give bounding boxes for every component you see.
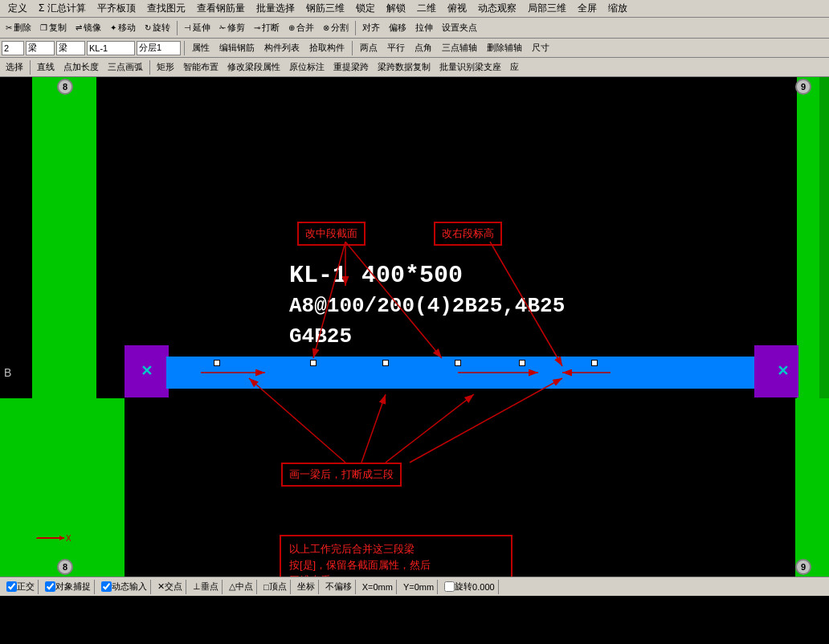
menu-flattop[interactable]: 平齐板顶 [92, 1, 141, 16]
x-marker-left: ✕ [141, 362, 153, 380]
menu-topview[interactable]: 俯视 [443, 1, 472, 16]
menu-unlock[interactable]: 解锁 [382, 1, 410, 16]
x-marker-right: ✕ [777, 362, 789, 380]
btn-reset-span[interactable]: 重提梁跨 [329, 59, 373, 75]
btn-break[interactable]: ⊸打断 [250, 19, 284, 36]
rotate-label: 旋转 [455, 581, 472, 593]
ortho-checkbox[interactable] [6, 581, 17, 592]
btn-select[interactable]: 选择 [2, 59, 27, 75]
beam-dot-2 [310, 360, 316, 366]
btn-property[interactable]: 属性 [188, 39, 214, 56]
status-perpendicular[interactable]: ⊥ 垂点 [190, 580, 223, 594]
mid-icon: △ [229, 581, 235, 592]
btn-align[interactable]: 对齐 [358, 19, 384, 36]
col-circle-right-bot: 9 [795, 559, 811, 575]
beam-type-combo[interactable]: KL-1 [87, 41, 135, 55]
dyninput-checkbox[interactable] [101, 581, 112, 592]
btn-trim[interactable]: ✁修剪 [215, 19, 249, 36]
element-type1-combo[interactable]: 梁 [26, 41, 55, 55]
btn-apply[interactable]: 应 [506, 59, 523, 75]
status-nooffset[interactable]: 不偏移 [322, 580, 356, 594]
element-type2-combo[interactable]: 梁 [56, 41, 85, 55]
col-circle-left-bot: 8 [57, 559, 73, 575]
svg-text:X: X [66, 534, 71, 543]
move-icon: ✦ [110, 23, 116, 32]
layer-combo[interactable]: 分层1 [137, 41, 181, 55]
btn-move[interactable]: ✦移动 [106, 19, 140, 36]
btn-stretch[interactable]: 拉伸 [411, 19, 437, 36]
btn-two-point[interactable]: 两点 [356, 39, 382, 56]
btn-split[interactable]: ⊗分割 [319, 19, 353, 36]
btn-del-aux[interactable]: 删除辅轴 [483, 39, 526, 56]
svg-line-7 [386, 394, 474, 463]
col-circle-right-top: 9 [795, 79, 811, 95]
toolbar1: ✂删除 ❐复制 ⇌镜像 ✦移动 ↻旋转 ⊣延伸 ✁修剪 ⊸打断 ⊕合并 ⊗分割 … [0, 18, 829, 39]
btn-delete[interactable]: ✂删除 [2, 19, 35, 36]
btn-point-length[interactable]: 点加长度 [59, 59, 103, 75]
menu-viewrebar[interactable]: 查看钢筋量 [192, 1, 250, 16]
status-midpoint[interactable]: △ 中点 [226, 580, 257, 594]
btn-copy[interactable]: ❐复制 [36, 19, 71, 36]
btn-setgrip[interactable]: 设置夹点 [438, 19, 481, 36]
snap-checkbox[interactable] [45, 581, 55, 592]
beam-dot-3 [382, 360, 389, 366]
rotate-checkbox[interactable] [444, 581, 455, 592]
menu-zoom[interactable]: 缩放 [603, 1, 632, 16]
btn-line[interactable]: 直线 [33, 59, 59, 75]
menu-batchsel[interactable]: 批量选择 [251, 1, 300, 16]
status-ortho[interactable]: 正交 [3, 580, 39, 594]
btn-batch-support[interactable]: 批量识别梁支座 [435, 59, 505, 75]
menu-dynview[interactable]: 动态观察 [473, 1, 521, 16]
sep4 [352, 41, 353, 55]
menu-calc[interactable]: Σ 汇总计算 [34, 1, 91, 16]
rotate-icon: ↻ [145, 23, 151, 32]
menu-local3d[interactable]: 局部三维 [523, 1, 571, 16]
btn-pick-component[interactable]: 拾取构件 [305, 39, 349, 56]
btn-copy-span[interactable]: 梁跨数据复制 [374, 59, 435, 75]
menu-rebar3d[interactable]: 钢筋三维 [301, 1, 349, 16]
menu-lock[interactable]: 锁定 [351, 1, 380, 16]
menu-fullscreen[interactable]: 全屏 [573, 1, 602, 16]
annotation-mid-section: 改中段截面 [297, 222, 365, 246]
menu-2d[interactable]: 二维 [412, 1, 441, 16]
svg-text:Y: Y [31, 502, 36, 510]
extend-icon: ⊣ [184, 23, 191, 32]
rotate-value: 0.000 [472, 582, 495, 592]
btn-component-list[interactable]: 构件列表 [260, 39, 304, 56]
status-dynInput[interactable]: 动态输入 [98, 580, 151, 594]
btn-origin-mark[interactable]: 原位标注 [285, 59, 329, 75]
btn-parallel[interactable]: 平行 [383, 39, 409, 56]
btn-extend[interactable]: ⊣延伸 [180, 19, 214, 36]
merge-icon: ⊕ [288, 23, 295, 32]
svg-line-8 [410, 378, 562, 463]
canvas-area[interactable]: ✕ ✕ 8 9 8 9 B KL-1 400*500 A8@100/200(4)… [0, 77, 829, 577]
btn-point-angle[interactable]: 点角 [410, 39, 436, 56]
btn-modify-segment[interactable]: 修改梁段属性 [223, 59, 284, 75]
sep5 [30, 60, 31, 75]
btn-three-arc[interactable]: 三点画弧 [104, 59, 147, 75]
btn-offset[interactable]: 偏移 [385, 19, 410, 36]
svg-marker-16 [34, 510, 39, 515]
sep2 [355, 21, 356, 35]
annotation-merge-instructions: 以上工作完后合并这三段梁 按[是]，保留各截面属性，然后 三维查看。 [280, 535, 513, 577]
btn-edit-rebar[interactable]: 编辑钢筋 [215, 39, 259, 56]
mirror-icon: ⇌ [76, 23, 82, 32]
menu-define[interactable]: 定义 [3, 1, 32, 16]
status-snap[interactable]: 对象捕捉 [42, 580, 95, 594]
btn-rotate[interactable]: ↻旋转 [141, 19, 174, 36]
btn-dimension[interactable]: 尺寸 [528, 39, 553, 56]
btn-smart-place[interactable]: 智能布置 [179, 59, 223, 75]
btn-mirror[interactable]: ⇌镜像 [71, 19, 105, 36]
layer-number-combo[interactable]: 2 [2, 41, 24, 55]
status-vertex[interactable]: □ 顶点 [260, 580, 291, 594]
break-icon: ⊸ [254, 23, 260, 32]
status-x-display: X= 0 mm [359, 580, 397, 594]
status-intersect[interactable]: ✕ 交点 [154, 580, 186, 594]
menu-find[interactable]: 查找图元 [142, 1, 190, 16]
btn-merge[interactable]: ⊕合并 [284, 19, 318, 36]
btn-three-point-aux[interactable]: 三点辅轴 [438, 39, 481, 56]
sep3 [184, 41, 185, 55]
btn-rect[interactable]: 矩形 [153, 59, 178, 75]
y-unit: mm [419, 582, 434, 592]
status-coord[interactable]: 坐标 [294, 580, 319, 594]
